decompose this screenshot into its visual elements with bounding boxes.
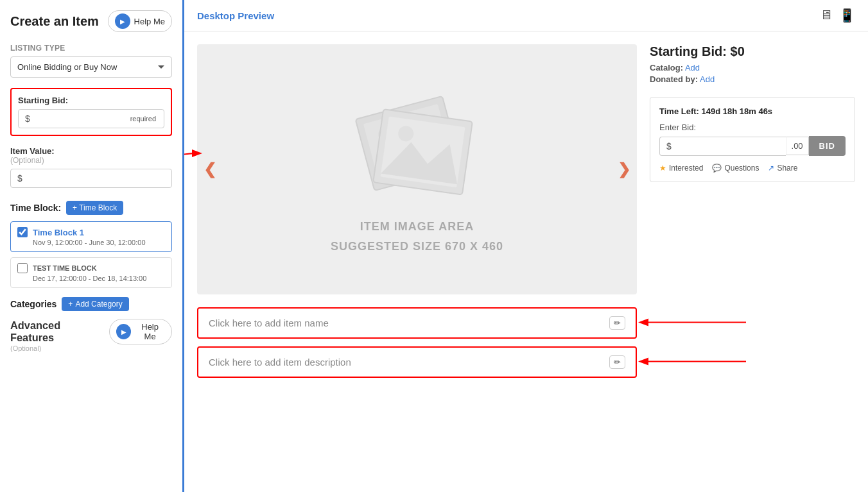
item-name-box[interactable]: Click here to add item name ✏ (197, 307, 637, 339)
add-time-block-button[interactable]: + Time Block (66, 201, 123, 215)
action-row: ★ Interested 💬 Questions ↗ Share (659, 164, 846, 173)
interested-button[interactable]: ★ Interested (659, 164, 703, 173)
item-desc-box[interactable]: Click here to add item description ✏ (197, 346, 637, 378)
page-title: Create an Item (10, 14, 99, 29)
time-left-text: Time Left: 149d 18h 18m 46s (659, 106, 846, 116)
required-text: required (130, 115, 156, 123)
time-block-2-dates: Dec 17, 12:00:00 - Dec 18, 14:13:00 (33, 275, 165, 282)
dollar-sign: $ (25, 114, 30, 124)
time-block-1-checkbox[interactable] (17, 227, 28, 237)
advanced-title: Advanced Features (10, 319, 104, 344)
desktop-preview-label: Desktop Preview (197, 10, 274, 21)
add-category-label: Add Category (75, 300, 122, 309)
item-desc-edit-button[interactable]: ✏ (609, 355, 625, 369)
sidebar-header: Create an Item ▶ Help Me (10, 10, 172, 32)
item-name-row: Click here to add item name ✏ (197, 307, 637, 339)
desktop-icon[interactable]: 🖥 (820, 8, 833, 23)
image-placeholder-svg (346, 85, 487, 214)
item-value-section: Item Value: (Optional) $ (10, 146, 172, 188)
bid-dollar-sign: $ (666, 141, 672, 151)
item-value-input[interactable] (25, 174, 165, 183)
listing-type-label: Listing Type (10, 44, 172, 53)
bid-amount-input[interactable] (674, 141, 779, 151)
preview-content: ❮ (184, 31, 868, 492)
time-block-item-2-header: TEST TIME BLOCK (17, 263, 165, 273)
time-block-section: Time Block: + Time Block Time Block 1 No… (10, 201, 172, 288)
advanced-section: Advanced Features ▶ Help Me (Optional) (10, 319, 172, 352)
time-left-label: Time Left: (659, 106, 699, 116)
time-block-item-2[interactable]: TEST TIME BLOCK Dec 17, 12:00:00 - Dec 1… (10, 257, 172, 288)
interested-label: Interested (669, 164, 703, 173)
bid-input-row: $ .00 BID (659, 136, 846, 156)
donated-by-label: Donated by: (650, 74, 698, 84)
item-desc-row: Click here to add item description ✏ (197, 346, 637, 378)
questions-label: Questions (724, 164, 759, 173)
pencil-icon-desc: ✏ (614, 357, 621, 367)
comment-icon: 💬 (712, 164, 722, 173)
image-area: ❮ (197, 44, 637, 294)
play-icon: ▶ (115, 13, 130, 29)
pencil-icon-name: ✏ (614, 318, 621, 328)
time-block-item-1-header: Time Block 1 (17, 227, 165, 237)
share-button[interactable]: ↗ Share (768, 164, 797, 173)
donated-by-add-link[interactable]: Add (700, 74, 715, 84)
advanced-play-icon: ▶ (116, 324, 131, 339)
time-left-value: 149d 18h 18m 46s (702, 106, 773, 116)
starting-bid-display-label: Starting Bid: (650, 44, 727, 58)
carousel-prev-button[interactable]: ❮ (204, 160, 216, 178)
share-label: Share (777, 164, 797, 173)
advanced-help-button[interactable]: ▶ Help Me (109, 319, 172, 344)
bid-cents: .00 (786, 137, 809, 155)
star-icon: ★ (659, 164, 666, 173)
main-area: Desktop Preview 🖥 📱 (184, 0, 868, 492)
item-value-label: Item Value: (10, 146, 172, 156)
item-value-optional: (Optional) (10, 156, 172, 165)
starting-bid-display-value: $0 (731, 44, 745, 58)
time-block-item-1[interactable]: Time Block 1 Nov 9, 12:00:00 - June 30, … (10, 221, 172, 252)
time-block-1-name: Time Block 1 (33, 228, 84, 237)
starting-bid-display: Starting Bid: $0 (650, 44, 855, 59)
categories-section: Categories + Add Category (10, 297, 172, 311)
help-me-label: Help Me (134, 17, 165, 26)
item-desc-placeholder: Click here to add item description (209, 357, 351, 368)
bid-button[interactable]: BID (809, 136, 846, 156)
item-name-edit-button[interactable]: ✏ (609, 316, 625, 330)
item-value-dollar: $ (17, 173, 22, 183)
preview-left: ❮ (197, 44, 637, 479)
time-block-1-dates: Nov 9, 12:00:00 - June 30, 12:00:00 (33, 239, 165, 246)
sidebar: Create an Item ▶ Help Me Listing Type On… (0, 0, 184, 492)
share-icon: ↗ (768, 164, 774, 173)
starting-bid-input-wrapper: $ required (18, 109, 164, 128)
bid-input-wrapper: $ (659, 137, 786, 156)
questions-button[interactable]: 💬 Questions (712, 164, 759, 173)
starting-bid-section: Starting Bid: $ required (10, 88, 172, 136)
time-block-2-name: TEST TIME BLOCK (33, 264, 97, 272)
time-block-title: Time Block: (10, 203, 61, 213)
donated-by-row: Donated by: Add (650, 74, 855, 84)
categories-title: Categories (10, 299, 56, 309)
catalog-row: Catalog: Add (650, 63, 855, 72)
enter-bid-label: Enter Bid: (659, 123, 846, 132)
advanced-help-label: Help Me (135, 322, 165, 341)
image-placeholder: ITEM IMAGE AREA SUGGESTED SIZE 670 X 460 (331, 85, 503, 253)
plus-icon: + (68, 300, 73, 309)
listing-type-section: Listing Type Online Bidding or Buy Now O… (10, 44, 172, 78)
bid-info: Starting Bid: $0 Catalog: Add Donated by… (650, 44, 855, 84)
carousel-next-button[interactable]: ❯ (618, 160, 630, 178)
catalog-label: Catalog: (650, 63, 683, 72)
mobile-icon[interactable]: 📱 (839, 8, 855, 23)
listing-type-select[interactable]: Online Bidding or Buy Now Online Bidding… (10, 56, 172, 78)
item-name-placeholder: Click here to add item name (209, 318, 329, 328)
image-area-text-2: SUGGESTED SIZE 670 X 460 (331, 240, 503, 253)
image-area-text-1: ITEM IMAGE AREA (360, 220, 474, 233)
item-value-input-wrapper: $ (10, 169, 172, 188)
desktop-preview-bar: Desktop Preview 🖥 📱 (184, 0, 868, 31)
time-block-header: Time Block: + Time Block (10, 201, 172, 215)
time-block-2-checkbox[interactable] (17, 263, 28, 273)
add-category-button[interactable]: + Add Category (62, 297, 128, 311)
catalog-add-link[interactable]: Add (685, 63, 700, 72)
help-me-button[interactable]: ▶ Help Me (108, 10, 172, 32)
advanced-optional: (Optional) (10, 344, 172, 352)
time-left-box: Time Left: 149d 18h 18m 46s Enter Bid: $… (650, 97, 855, 182)
preview-right: Starting Bid: $0 Catalog: Add Donated by… (650, 44, 855, 479)
